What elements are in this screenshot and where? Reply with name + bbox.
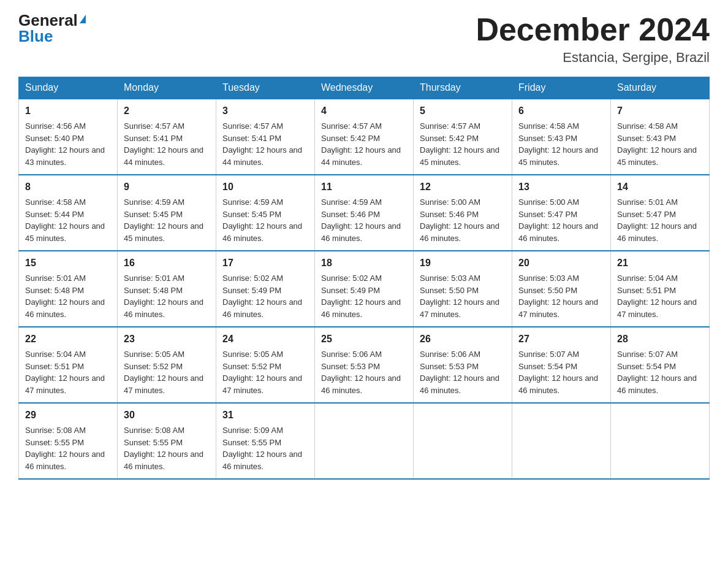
day-number: 23 — [124, 332, 210, 347]
day-cell-29: 29Sunrise: 5:08 AMSunset: 5:55 PMDayligh… — [19, 403, 118, 479]
empty-cell-w5-d4 — [414, 403, 512, 479]
weekday-header-saturday: Saturday — [611, 77, 710, 99]
day-number: 9 — [124, 180, 210, 194]
day-cell-13: 13Sunrise: 5:00 AMSunset: 5:47 PMDayligh… — [512, 175, 611, 251]
logo-blue-text: Blue — [18, 27, 53, 45]
day-number: 8 — [25, 180, 111, 194]
weekday-header-tuesday: Tuesday — [216, 77, 315, 99]
day-cell-20: 20Sunrise: 5:03 AMSunset: 5:50 PMDayligh… — [512, 251, 611, 327]
day-number: 27 — [518, 332, 604, 347]
day-number: 2 — [124, 104, 210, 118]
day-number: 17 — [222, 256, 308, 270]
day-sunrise: Sunrise: 4:57 AM — [124, 121, 184, 131]
empty-cell-w5-d6 — [611, 403, 710, 479]
day-number: 15 — [25, 256, 111, 270]
day-number: 30 — [124, 408, 210, 423]
logo-triangle-icon — [80, 15, 86, 23]
day-sunrise: Sunrise: 4:57 AM — [420, 121, 480, 131]
day-sunset: Sunset: 5:52 PM — [222, 362, 281, 371]
day-number: 19 — [420, 256, 506, 270]
weekday-header-sunday: Sunday — [19, 77, 118, 99]
day-cell-21: 21Sunrise: 5:04 AMSunset: 5:51 PMDayligh… — [611, 251, 710, 327]
day-sunrise: Sunrise: 5:06 AM — [321, 350, 382, 359]
day-sunrise: Sunrise: 5:08 AM — [124, 426, 184, 435]
day-sunset: Sunset: 5:42 PM — [321, 134, 380, 143]
day-number: 24 — [222, 332, 308, 347]
day-number: 12 — [420, 180, 506, 194]
day-daylight: Daylight: 12 hours and 46 minutes. — [420, 373, 499, 395]
day-daylight: Daylight: 12 hours and 47 minutes. — [617, 297, 697, 319]
day-sunset: Sunset: 5:52 PM — [124, 362, 183, 371]
day-daylight: Daylight: 12 hours and 46 minutes. — [321, 297, 401, 319]
week-row-1: 1Sunrise: 4:56 AMSunset: 5:40 PMDaylight… — [19, 99, 710, 175]
day-daylight: Daylight: 12 hours and 46 minutes. — [617, 373, 697, 395]
day-sunrise: Sunrise: 5:09 AM — [222, 426, 283, 435]
day-sunset: Sunset: 5:55 PM — [124, 438, 183, 447]
day-number: 28 — [617, 332, 703, 347]
day-sunset: Sunset: 5:42 PM — [420, 134, 479, 143]
day-sunrise: Sunrise: 5:02 AM — [222, 274, 283, 283]
logo: General Blue — [18, 12, 86, 44]
week-row-4: 22Sunrise: 5:04 AMSunset: 5:51 PMDayligh… — [19, 327, 710, 403]
day-number: 22 — [25, 332, 111, 347]
day-sunset: Sunset: 5:41 PM — [222, 134, 281, 143]
day-daylight: Daylight: 12 hours and 46 minutes. — [518, 373, 598, 395]
day-sunrise: Sunrise: 5:01 AM — [25, 274, 86, 283]
day-cell-11: 11Sunrise: 4:59 AMSunset: 5:46 PMDayligh… — [315, 175, 414, 251]
day-cell-16: 16Sunrise: 5:01 AMSunset: 5:48 PMDayligh… — [118, 251, 216, 327]
day-daylight: Daylight: 12 hours and 46 minutes. — [518, 221, 598, 243]
day-number: 5 — [420, 104, 506, 118]
day-sunset: Sunset: 5:51 PM — [617, 286, 676, 295]
day-sunrise: Sunrise: 5:00 AM — [420, 197, 480, 207]
day-sunrise: Sunrise: 4:58 AM — [25, 197, 86, 207]
day-sunset: Sunset: 5:40 PM — [25, 134, 84, 143]
day-sunset: Sunset: 5:50 PM — [420, 286, 479, 295]
day-sunset: Sunset: 5:53 PM — [420, 362, 479, 371]
day-sunrise: Sunrise: 5:04 AM — [617, 274, 678, 283]
day-number: 20 — [518, 256, 604, 270]
day-sunrise: Sunrise: 5:05 AM — [222, 350, 283, 359]
day-daylight: Daylight: 12 hours and 44 minutes. — [124, 145, 203, 167]
day-sunset: Sunset: 5:45 PM — [222, 210, 281, 219]
day-daylight: Daylight: 12 hours and 46 minutes. — [321, 373, 401, 395]
day-sunrise: Sunrise: 4:57 AM — [321, 121, 382, 131]
day-sunset: Sunset: 5:43 PM — [518, 134, 577, 143]
day-daylight: Daylight: 12 hours and 43 minutes. — [25, 145, 105, 167]
day-sunset: Sunset: 5:48 PM — [124, 286, 183, 295]
day-daylight: Daylight: 12 hours and 47 minutes. — [518, 297, 598, 319]
day-cell-1: 1Sunrise: 4:56 AMSunset: 5:40 PMDaylight… — [19, 99, 118, 175]
day-sunrise: Sunrise: 5:07 AM — [617, 350, 678, 359]
day-sunset: Sunset: 5:49 PM — [222, 286, 281, 295]
title-area: December 2024 Estancia, Sergipe, Brazil — [476, 12, 710, 66]
day-sunrise: Sunrise: 5:01 AM — [124, 274, 184, 283]
day-number: 11 — [321, 180, 407, 194]
day-sunset: Sunset: 5:50 PM — [518, 286, 577, 295]
empty-cell-w5-d5 — [512, 403, 611, 479]
day-cell-24: 24Sunrise: 5:05 AMSunset: 5:52 PMDayligh… — [216, 327, 315, 403]
day-cell-8: 8Sunrise: 4:58 AMSunset: 5:44 PMDaylight… — [19, 175, 118, 251]
day-number: 16 — [124, 256, 210, 270]
day-daylight: Daylight: 12 hours and 45 minutes. — [617, 145, 697, 167]
day-cell-14: 14Sunrise: 5:01 AMSunset: 5:47 PMDayligh… — [611, 175, 710, 251]
weekday-header-thursday: Thursday — [414, 77, 512, 99]
day-sunset: Sunset: 5:53 PM — [321, 362, 380, 371]
day-sunrise: Sunrise: 5:04 AM — [25, 350, 86, 359]
day-daylight: Daylight: 12 hours and 46 minutes. — [222, 297, 302, 319]
day-daylight: Daylight: 12 hours and 45 minutes. — [25, 221, 105, 243]
day-sunset: Sunset: 5:54 PM — [518, 362, 577, 371]
logo-general-text: General — [18, 12, 78, 28]
day-sunrise: Sunrise: 4:56 AM — [25, 121, 86, 131]
week-row-3: 15Sunrise: 5:01 AMSunset: 5:48 PMDayligh… — [19, 251, 710, 327]
day-cell-3: 3Sunrise: 4:57 AMSunset: 5:41 PMDaylight… — [216, 99, 315, 175]
day-number: 1 — [25, 104, 111, 118]
day-cell-26: 26Sunrise: 5:06 AMSunset: 5:53 PMDayligh… — [414, 327, 512, 403]
day-number: 29 — [25, 408, 111, 423]
day-daylight: Daylight: 12 hours and 46 minutes. — [222, 450, 302, 471]
day-sunrise: Sunrise: 5:02 AM — [321, 274, 382, 283]
day-cell-25: 25Sunrise: 5:06 AMSunset: 5:53 PMDayligh… — [315, 327, 414, 403]
day-sunrise: Sunrise: 4:58 AM — [518, 121, 579, 131]
day-cell-4: 4Sunrise: 4:57 AMSunset: 5:42 PMDaylight… — [315, 99, 414, 175]
day-number: 10 — [222, 180, 308, 194]
day-sunrise: Sunrise: 5:07 AM — [518, 350, 579, 359]
day-sunset: Sunset: 5:46 PM — [321, 210, 380, 219]
